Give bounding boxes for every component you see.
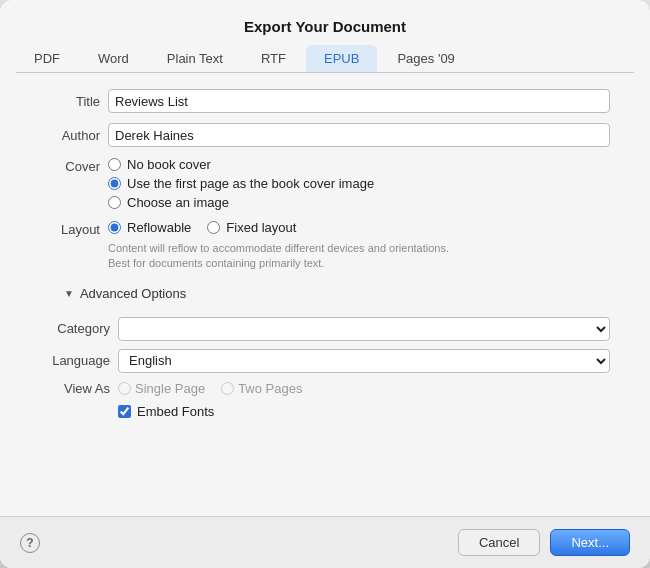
dialog-footer: ? Cancel Next... bbox=[0, 516, 650, 568]
view-radio-two-pages[interactable] bbox=[221, 382, 234, 395]
layout-radios: Reflowable Fixed layout bbox=[108, 220, 468, 235]
triangle-icon: ▼ bbox=[64, 288, 74, 299]
tab-bar: PDF Word Plain Text RTF EPUB Pages '09 bbox=[0, 35, 650, 72]
language-row: Language English bbox=[40, 349, 610, 373]
cancel-button[interactable]: Cancel bbox=[458, 529, 540, 556]
layout-reflowable[interactable]: Reflowable bbox=[108, 220, 191, 235]
layout-section: Layout Reflowable Fixed layout Content w… bbox=[40, 220, 610, 272]
export-dialog: Export Your Document PDF Word Plain Text… bbox=[0, 0, 650, 568]
layout-fixed[interactable]: Fixed layout bbox=[207, 220, 296, 235]
cover-radio-no-cover[interactable] bbox=[108, 158, 121, 171]
layout-options: Reflowable Fixed layout Content will ref… bbox=[108, 220, 468, 272]
title-input[interactable] bbox=[108, 89, 610, 113]
form-content: Title Author Cover No book cover Use the… bbox=[0, 73, 650, 516]
tab-word[interactable]: Word bbox=[80, 45, 147, 72]
advanced-options-label: Advanced Options bbox=[80, 286, 186, 301]
footer-left: ? bbox=[20, 533, 40, 553]
view-as-label: View As bbox=[40, 381, 110, 396]
layout-reflowable-label: Reflowable bbox=[127, 220, 191, 235]
category-select[interactable] bbox=[118, 317, 610, 341]
category-row: Category bbox=[40, 317, 610, 341]
author-label: Author bbox=[40, 128, 100, 143]
advanced-content: Category Language English View As Sing bbox=[40, 311, 610, 419]
title-row: Title bbox=[40, 89, 610, 113]
cover-radio-group: No book cover Use the first page as the … bbox=[108, 157, 374, 210]
view-two-pages-label: Two Pages bbox=[238, 381, 302, 396]
cover-option-first-page-label: Use the first page as the book cover ima… bbox=[127, 176, 374, 191]
category-label: Category bbox=[40, 321, 110, 336]
cover-option-choose-image[interactable]: Choose an image bbox=[108, 195, 374, 210]
cover-option-no-cover[interactable]: No book cover bbox=[108, 157, 374, 172]
tab-plain-text[interactable]: Plain Text bbox=[149, 45, 241, 72]
view-as-row: View As Single Page Two Pages bbox=[40, 381, 610, 396]
cover-radio-first-page[interactable] bbox=[108, 177, 121, 190]
advanced-options-toggle[interactable]: ▼ Advanced Options bbox=[40, 286, 610, 301]
author-row: Author bbox=[40, 123, 610, 147]
tab-rtf[interactable]: RTF bbox=[243, 45, 304, 72]
view-radio-single[interactable] bbox=[118, 382, 131, 395]
author-input[interactable] bbox=[108, 123, 610, 147]
layout-fixed-label: Fixed layout bbox=[226, 220, 296, 235]
cover-option-no-cover-label: No book cover bbox=[127, 157, 211, 172]
layout-radio-fixed[interactable] bbox=[207, 221, 220, 234]
title-label: Title bbox=[40, 94, 100, 109]
embed-fonts-row: Embed Fonts bbox=[40, 404, 610, 419]
tab-epub[interactable]: EPUB bbox=[306, 45, 377, 72]
language-label: Language bbox=[40, 353, 110, 368]
cover-label: Cover bbox=[40, 157, 100, 210]
footer-right: Cancel Next... bbox=[458, 529, 630, 556]
next-button[interactable]: Next... bbox=[550, 529, 630, 556]
language-select[interactable]: English bbox=[118, 349, 610, 373]
tab-pdf[interactable]: PDF bbox=[16, 45, 78, 72]
view-two-pages[interactable]: Two Pages bbox=[221, 381, 302, 396]
cover-option-choose-image-label: Choose an image bbox=[127, 195, 229, 210]
tab-pages09[interactable]: Pages '09 bbox=[379, 45, 472, 72]
dialog-title: Export Your Document bbox=[0, 0, 650, 35]
view-single-label: Single Page bbox=[135, 381, 205, 396]
cover-radio-choose-image[interactable] bbox=[108, 196, 121, 209]
embed-fonts-label: Embed Fonts bbox=[137, 404, 214, 419]
view-as-options: Single Page Two Pages bbox=[118, 381, 302, 396]
layout-label: Layout bbox=[40, 220, 100, 237]
layout-radio-reflowable[interactable] bbox=[108, 221, 121, 234]
embed-fonts-checkbox[interactable] bbox=[118, 405, 131, 418]
cover-section: Cover No book cover Use the first page a… bbox=[40, 157, 610, 210]
cover-option-first-page[interactable]: Use the first page as the book cover ima… bbox=[108, 176, 374, 191]
view-single-page[interactable]: Single Page bbox=[118, 381, 205, 396]
layout-description: Content will reflow to accommodate diffe… bbox=[108, 241, 468, 272]
help-button[interactable]: ? bbox=[20, 533, 40, 553]
